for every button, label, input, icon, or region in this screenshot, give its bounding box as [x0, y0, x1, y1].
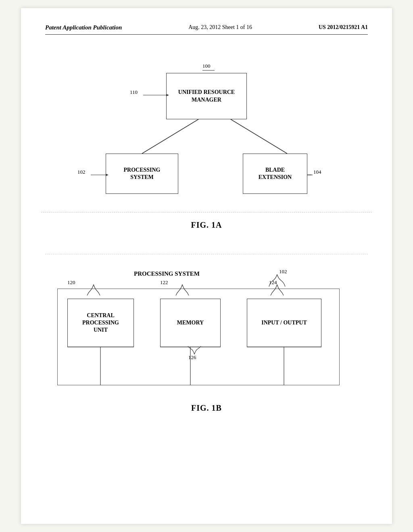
diagram-1a: 100 UNIFIED RESOURCE MANAGER 110 PROCESS…: [45, 51, 368, 204]
io-box: INPUT / OUTPUT: [247, 299, 321, 347]
ref-102-1b: 102: [279, 268, 287, 275]
fig1b-label: FIG. 1B: [45, 403, 368, 413]
page: Patent Application Publication Aug. 23, …: [21, 8, 392, 524]
ref-104: 104: [313, 169, 321, 175]
diagram-1b: PROCESSING SYSTEM 102 CENTRAL PROCESSING…: [45, 266, 368, 395]
fig1b-section: PROCESSING SYSTEM 102 CENTRAL PROCESSING…: [45, 266, 368, 413]
ps-title: PROCESSING SYSTEM: [134, 270, 200, 277]
ref-122: 122: [160, 279, 168, 286]
ref-110: 110: [130, 89, 138, 96]
cpu-box: CENTRAL PROCESSING UNIT: [67, 299, 134, 347]
page-header: Patent Application Publication Aug. 23, …: [45, 24, 368, 35]
fig1a-section: 100 UNIFIED RESOURCE MANAGER 110 PROCESS…: [45, 51, 368, 230]
be-box: BLADE EXTENSION: [243, 154, 307, 194]
fig1a-label: FIG. 1A: [45, 220, 368, 230]
ref-126: 126: [188, 354, 196, 361]
urm-box: UNIFIED RESOURCE MANAGER: [166, 73, 247, 119]
ref-102-1a: 102: [77, 169, 86, 175]
svg-line-1: [231, 119, 287, 154]
ref-124: 124: [269, 279, 277, 286]
ref-120: 120: [67, 279, 75, 286]
header-right: US 2012/0215921 A1: [319, 24, 368, 31]
ref-100: 100: [202, 63, 211, 69]
svg-line-0: [142, 119, 198, 154]
header-center: Aug. 23, 2012 Sheet 1 of 16: [188, 24, 252, 31]
header-left: Patent Application Publication: [45, 24, 122, 31]
ps-box: PROCESSING SYSTEM: [106, 154, 178, 194]
memory-box: MEMORY: [160, 299, 221, 347]
